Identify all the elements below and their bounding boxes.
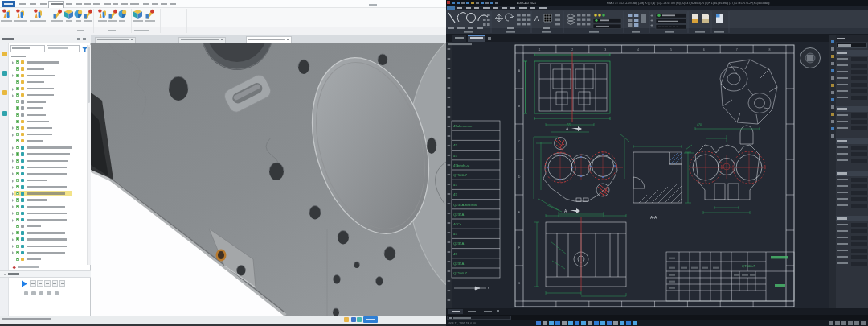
- svg-text:45: 45: [453, 154, 457, 158]
- svg-text:45aluminum: 45aluminum: [453, 124, 473, 128]
- svg-text:3: 3: [604, 48, 606, 52]
- svg-text:A: A: [534, 14, 539, 23]
- svg-text:7: 7: [736, 48, 738, 52]
- svg-text:Q235A: Q235A: [453, 213, 465, 217]
- svg-text:45: 45: [453, 192, 457, 196]
- svg-text:Q235A-hexS36: Q235A-hexS36: [453, 203, 477, 207]
- svg-text:1: 1: [538, 48, 540, 52]
- svg-text:QT500-7: QT500-7: [453, 173, 468, 177]
- svg-text:45: 45: [453, 232, 457, 236]
- svg-text:Q235A: Q235A: [453, 241, 465, 246]
- svg-text:470: 470: [697, 123, 702, 126]
- svg-text:QT500-7: QT500-7: [453, 271, 468, 275]
- svg-text:8: 8: [769, 48, 771, 52]
- svg-text:6: 6: [703, 48, 705, 52]
- svg-text:Q235A: Q235A: [453, 262, 465, 266]
- svg-text:A-A: A-A: [650, 215, 657, 220]
- svg-text:C: C: [518, 140, 521, 143]
- svg-text:45: 45: [453, 183, 457, 187]
- svg-text:*: *: [488, 287, 489, 291]
- svg-text:G: G: [518, 282, 521, 285]
- svg-text:45: 45: [453, 252, 457, 256]
- svg-text:45: 45: [453, 143, 457, 147]
- svg-text:QT500-7: QT500-7: [742, 264, 755, 268]
- svg-text:D: D: [518, 175, 521, 179]
- svg-text:40Cr: 40Cr: [453, 222, 461, 226]
- svg-text:5: 5: [670, 48, 672, 52]
- svg-text:2: 2: [571, 48, 573, 52]
- svg-text:45bright-st: 45bright-st: [453, 163, 470, 167]
- svg-text:4: 4: [637, 48, 639, 52]
